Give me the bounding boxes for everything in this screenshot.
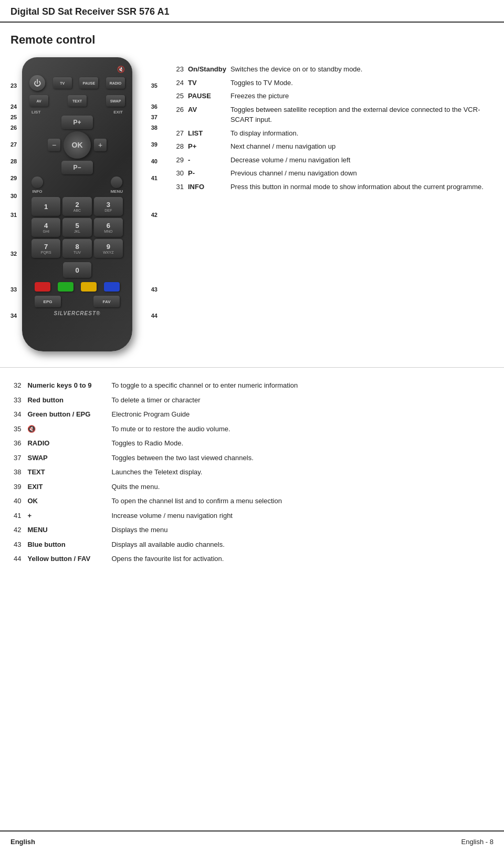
desc-row-24: 24 TV Toggles to TV Mode. bbox=[173, 76, 494, 90]
btn-7[interactable]: 7 PQRS bbox=[32, 239, 60, 258]
num-label-41-right: 41 bbox=[151, 175, 158, 181]
btn-5[interactable]: 5 JKL bbox=[62, 218, 91, 237]
bottom-row-36: 36 RADIO Toggles to Radio Mode. bbox=[10, 436, 494, 451]
btn-8[interactable]: 8 TUV bbox=[62, 239, 91, 258]
top-button-row: ⏻ TV PAUSE RADIO bbox=[27, 75, 127, 91]
bottom-section: 32 Numeric keys 0 to 9 To toggle to a sp… bbox=[0, 367, 504, 566]
num-label-33-left: 33 bbox=[10, 286, 17, 293]
btn-2[interactable]: 2 ABC bbox=[62, 197, 91, 216]
text-button[interactable]: TEXT bbox=[68, 95, 87, 107]
footer-language: English bbox=[10, 838, 35, 846]
desc-row-31: 31 INFO Press this button in normal mode… bbox=[173, 180, 494, 194]
pminus-button[interactable]: P− bbox=[61, 161, 93, 174]
list-exit-row: LIST EXIT bbox=[27, 110, 127, 115]
info-button[interactable] bbox=[32, 176, 43, 188]
desc-row-26: 26 AV Toggles between satellite receptio… bbox=[173, 103, 494, 127]
num-label-30-left: 30 bbox=[10, 193, 17, 199]
num-label-23-left: 23 bbox=[10, 82, 17, 89]
descriptions-column: 23 On/Standby Switches the device on or … bbox=[173, 57, 494, 351]
num-label-24-left: 24 bbox=[10, 103, 17, 110]
num-label-35-right: 35 bbox=[151, 82, 158, 89]
pplus-button[interactable]: P+ bbox=[61, 116, 93, 129]
num-label-40-right: 40 bbox=[151, 158, 158, 164]
num-label-36-right: 36 bbox=[151, 103, 158, 110]
ok-row: − OK + bbox=[27, 131, 127, 159]
num-label-31-left: 31 bbox=[10, 212, 17, 218]
desc-row-25: 25 PAUSE Freezes the picture bbox=[173, 89, 494, 103]
mute-icon[interactable]: 🔇 bbox=[117, 66, 125, 73]
info-menu-row: INFO MENU bbox=[27, 176, 127, 194]
desc-row-30: 30 P- Previous channel / menu navigation… bbox=[173, 167, 494, 180]
bottom-row-42: 42 MENU Displays the menu bbox=[10, 523, 494, 537]
minus-button[interactable]: − bbox=[48, 139, 60, 151]
num-label-43-right: 43 bbox=[151, 286, 158, 293]
bottom-row-40: 40 OK To open the channel list and to co… bbox=[10, 494, 494, 508]
page-title: Digital SD Sat Receiver SSR 576 A1 bbox=[10, 6, 169, 17]
menu-button[interactable] bbox=[111, 176, 122, 188]
btn-4[interactable]: 4 GHI bbox=[32, 218, 60, 237]
numpad: 1 2 ABC 3 DEF 4 GHI 5 bbox=[27, 197, 127, 258]
fav-button[interactable]: FAV bbox=[93, 296, 120, 307]
bottom-row-39: 39 EXIT Quits the menu. bbox=[10, 480, 494, 494]
num-label-29-left: 29 bbox=[10, 175, 17, 181]
num-label-27-left: 27 bbox=[10, 141, 17, 148]
av-button[interactable]: AV bbox=[29, 95, 48, 107]
btn-9[interactable]: 9 WXYZ bbox=[94, 239, 123, 258]
bottom-row-37: 37 SWAP Toggles between the two last vie… bbox=[10, 451, 494, 465]
bottom-table: 32 Numeric keys 0 to 9 To toggle to a sp… bbox=[10, 378, 494, 566]
red-button[interactable] bbox=[35, 282, 50, 292]
epg-fav-row: EPG FAV bbox=[27, 296, 127, 307]
color-buttons-row bbox=[27, 282, 127, 292]
desc-row-29: 29 - Decrease volume / menu navigation l… bbox=[173, 153, 494, 167]
tv-button[interactable]: TV bbox=[53, 77, 72, 89]
radio-button[interactable]: RADIO bbox=[106, 77, 125, 89]
plus-button[interactable]: + bbox=[94, 139, 107, 151]
num-label-26-left: 26 bbox=[10, 124, 17, 131]
desc-row-27: 27 LIST To display information. bbox=[173, 127, 494, 140]
info-label: INFO bbox=[32, 189, 42, 194]
num-label-34-left: 34 bbox=[10, 313, 17, 319]
pause-button[interactable]: PAUSE bbox=[79, 77, 98, 89]
ok-button[interactable]: OK bbox=[64, 131, 91, 159]
num-label-32-left: 32 bbox=[10, 251, 17, 257]
epg-button[interactable]: EPG bbox=[35, 296, 61, 307]
num-label-42-right: 42 bbox=[151, 212, 158, 218]
section-title: Remote control bbox=[10, 33, 494, 47]
btn-1[interactable]: 1 bbox=[32, 197, 60, 216]
num-label-39-right: 39 bbox=[151, 141, 158, 148]
bottom-row-34: 34 Green button / EPG Electronic Program… bbox=[10, 407, 494, 422]
blue-button[interactable] bbox=[104, 282, 120, 292]
pminus-row: P− bbox=[27, 161, 127, 174]
remote-section: 23 24 25 26 27 28 29 30 31 32 33 34 35 3… bbox=[10, 57, 494, 351]
bottom-row-41: 41 + Increase volume / menu navigation r… bbox=[10, 508, 494, 523]
num-label-37-right: 37 bbox=[151, 114, 158, 120]
bottom-row-32: 32 Numeric keys 0 to 9 To toggle to a sp… bbox=[10, 378, 494, 393]
swap-button[interactable]: SWAP bbox=[106, 95, 125, 107]
bottom-row-38: 38 TEXT Launches the Teletext display. bbox=[10, 465, 494, 480]
main-content: Remote control 23 24 25 26 27 28 29 30 3… bbox=[0, 23, 504, 351]
btn-zero-row: 0 bbox=[27, 262, 127, 278]
desc-row-28: 28 P+ Next channel / menu navigation up bbox=[173, 140, 494, 153]
page-footer: English English - 8 bbox=[0, 830, 504, 852]
btn-0[interactable]: 0 bbox=[63, 262, 91, 278]
remote-wrapper: 23 24 25 26 27 28 29 30 31 32 33 34 35 3… bbox=[10, 57, 158, 351]
btn-6[interactable]: 6 MNO bbox=[94, 218, 123, 237]
btn-3[interactable]: 3 DEF bbox=[94, 197, 123, 216]
page-header: Digital SD Sat Receiver SSR 576 A1 bbox=[0, 0, 504, 23]
footer-page-number: English - 8 bbox=[461, 838, 494, 846]
power-button[interactable]: ⏻ bbox=[29, 75, 45, 91]
num-label-44-right: 44 bbox=[151, 313, 158, 319]
bottom-row-35: 35 🔇 To mute or to restore the audio vol… bbox=[10, 422, 494, 437]
yellow-button[interactable] bbox=[81, 282, 97, 292]
menu-label: MENU bbox=[110, 189, 123, 194]
green-button[interactable] bbox=[58, 282, 74, 292]
bottom-row-44: 44 Yellow button / FAV Opens the favouri… bbox=[10, 552, 494, 566]
bottom-row-33: 33 Red button To delete a timer or chara… bbox=[10, 393, 494, 408]
desc-row-23: 23 On/Standby Switches the device on or … bbox=[173, 63, 494, 76]
pplus-row: P+ bbox=[27, 116, 127, 129]
num-label-28-left: 28 bbox=[10, 158, 17, 164]
remote-body: 🔇 ⏻ TV PAUSE RADIO AV TEXT SWAP LIS bbox=[22, 57, 132, 351]
num-label-25-left: 25 bbox=[10, 114, 17, 120]
list-label: LIST bbox=[32, 110, 40, 115]
bottom-row-43: 43 Blue button Displays all available au… bbox=[10, 537, 494, 552]
